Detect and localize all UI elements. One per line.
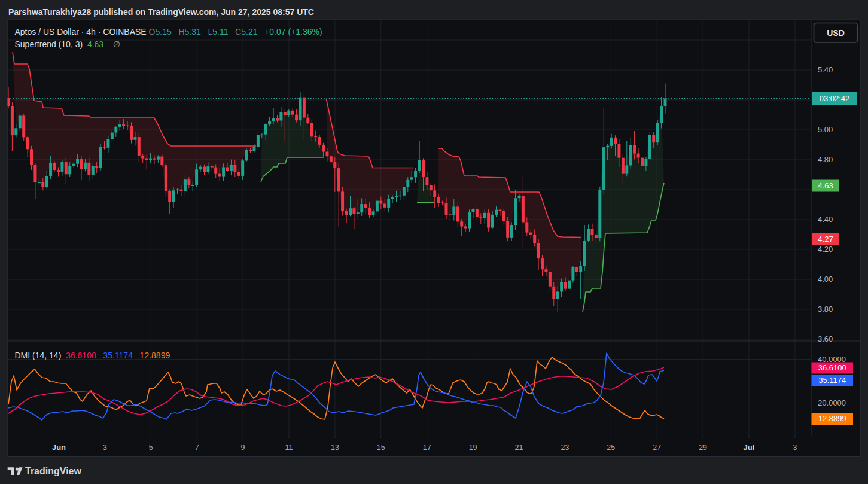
svg-text:4.20: 4.20	[818, 245, 833, 254]
svg-text:Aptos / US Dollar · 4h · COINB: Aptos / US Dollar · 4h · COINBASE O5.15 …	[15, 27, 322, 36]
svg-text:7: 7	[195, 443, 199, 452]
svg-text:DMI (14, 14) 36.6100 35.117: DMI (14, 14) 36.6100 35.1174 12.8899	[15, 351, 170, 360]
svg-text:Jun: Jun	[52, 443, 66, 452]
svg-text:21: 21	[515, 443, 523, 452]
svg-text:4.00: 4.00	[818, 275, 833, 284]
svg-text:4.40: 4.40	[818, 215, 833, 224]
svg-text:4.63: 4.63	[818, 181, 833, 190]
svg-text:4.27: 4.27	[818, 235, 833, 243]
svg-text:3: 3	[793, 443, 797, 452]
svg-text:29: 29	[699, 443, 707, 452]
svg-text:27: 27	[653, 443, 661, 452]
svg-text:17: 17	[423, 443, 431, 452]
svg-text:23: 23	[561, 443, 569, 452]
svg-text:5.40: 5.40	[818, 65, 833, 74]
svg-text:36.6100: 36.6100	[818, 363, 846, 372]
svg-text:5: 5	[149, 443, 153, 452]
svg-text:Supertrend (10, 3) 4.63 ∅: Supertrend (10, 3) 4.63 ∅	[15, 39, 120, 49]
svg-text:12.8899: 12.8899	[818, 414, 846, 423]
svg-text:5.00: 5.00	[818, 125, 833, 134]
svg-text:25: 25	[607, 443, 615, 452]
svg-text:13: 13	[331, 443, 339, 452]
svg-text:20.0000: 20.0000	[818, 398, 846, 407]
svg-text:4.80: 4.80	[818, 155, 833, 164]
svg-text:3.80: 3.80	[818, 305, 833, 313]
svg-text:40.0000: 40.0000	[818, 355, 846, 364]
svg-text:11: 11	[285, 443, 293, 452]
svg-text:USD: USD	[827, 28, 845, 38]
svg-text:Jul: Jul	[744, 443, 755, 452]
svg-text:3: 3	[103, 443, 107, 452]
svg-text:15: 15	[377, 443, 385, 452]
svg-text:03:02:42: 03:02:42	[820, 94, 850, 103]
svg-text:35.1174: 35.1174	[818, 376, 846, 385]
svg-text:3.60: 3.60	[818, 334, 833, 343]
svg-text:ParshwaTurakhiya28 published o: ParshwaTurakhiya28 published on TradingV…	[8, 7, 314, 17]
svg-text:TradingView: TradingView	[25, 466, 82, 476]
svg-text:9: 9	[241, 443, 245, 452]
svg-text:19: 19	[469, 443, 477, 452]
